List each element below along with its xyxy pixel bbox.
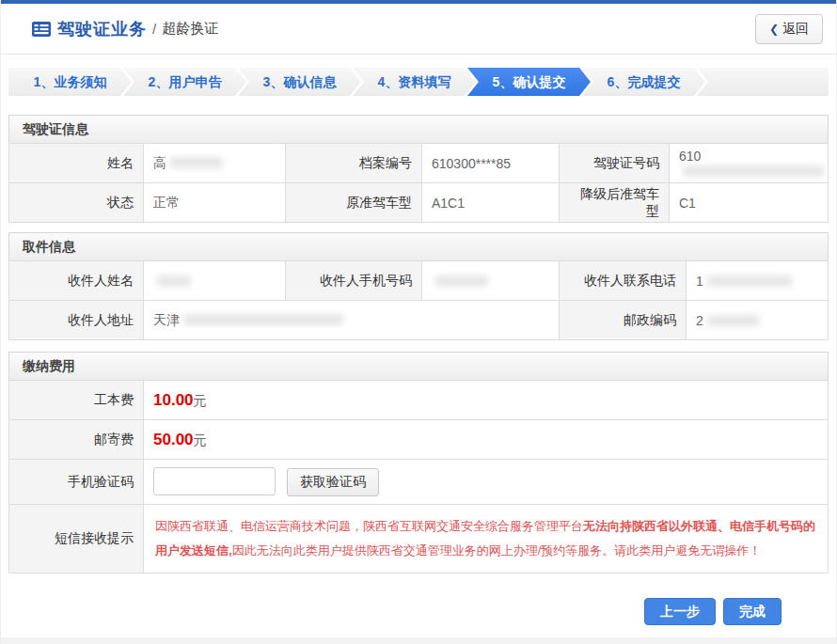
step-nav-filler: [697, 68, 829, 96]
step-3-confirm-info[interactable]: 3、确认信息: [238, 68, 361, 96]
sms-code-label: 手机验证码: [9, 460, 144, 505]
recipient-name-value: [144, 261, 286, 301]
postal-code-value: 2: [687, 301, 829, 340]
recipient-mobile-label: 收件人手机号码: [286, 261, 422, 301]
fees-table: 工本费 10.00元 邮寄费 50.00元 手机验证码 获取验证码 短信接收提示…: [8, 380, 829, 573]
table-row: 手机验证码 获取验证码: [9, 460, 829, 505]
original-class-label: 原准驾车型: [286, 183, 422, 223]
downgraded-class-value: C1: [670, 183, 829, 223]
sms-code-input[interactable]: [153, 467, 276, 495]
redacted-text: [435, 275, 488, 287]
sms-notice-label: 短信接收提示: [9, 505, 144, 573]
table-row: 状态 正常 原准驾车型 A1C1 降级后准驾车型 C1: [9, 183, 829, 223]
table-row: 姓名 高 档案编号 610300****85 驾驶证号码 610: [9, 144, 829, 183]
redacted-text: [683, 165, 824, 177]
back-button-label: 返回: [782, 21, 809, 38]
file-number-label: 档案编号: [286, 144, 422, 183]
step-4-fill-materials[interactable]: 4、资料填写: [353, 68, 476, 96]
breadcrumb-current: 超龄换证: [162, 20, 218, 38]
pickup-section-title: 取件信息: [8, 232, 829, 261]
step-navigation: 1、业务须知 2、用户申告 3、确认信息 4、资料填写 5、确认提交 6、完成提…: [8, 68, 829, 96]
step-6-complete-submit[interactable]: 6、完成提交: [582, 68, 705, 96]
status-label: 状态: [9, 183, 144, 223]
recipient-mobile-value: [422, 261, 560, 301]
postal-code-label: 邮政编码: [560, 301, 687, 340]
postage-fee-label: 邮寄费: [9, 420, 144, 460]
license-info-section: 驾驶证信息 姓名 高 档案编号 610300****85 驾驶证号码 610 状…: [8, 115, 829, 223]
sms-code-cell: 获取验证码: [144, 460, 829, 505]
name-label: 姓名: [9, 144, 144, 183]
redacted-text: [170, 157, 223, 168]
license-number-value: 610: [670, 144, 829, 183]
bottom-strip: [1, 637, 836, 644]
license-number-label: 驾驶证号码: [560, 144, 670, 183]
service-title: 驾驶证业务: [57, 18, 147, 40]
table-row: 收件人地址 天津 邮政编码 2: [9, 301, 829, 340]
production-fee-label: 工本费: [9, 381, 144, 420]
sms-notice-cell: 因陕西省联通、电信运营商技术问题，陕西省互联网交通安全综合服务管理平台无法向持陕…: [144, 505, 829, 573]
recipient-phone-value: 1: [687, 261, 829, 301]
redacted-text: [183, 314, 343, 325]
page-header: 驾驶证业务 / 超龄换证 ❮ 返回: [1, 4, 836, 55]
status-value: 正常: [144, 183, 286, 223]
chevron-left-icon: ❮: [769, 23, 779, 36]
pickup-info-table: 收件人姓名 收件人手机号码 收件人联系电话 1 收件人地址 天津 邮政编码 2: [8, 260, 829, 340]
name-value: 高: [144, 144, 286, 183]
downgraded-class-label: 降级后准驾车型: [560, 183, 670, 223]
table-row: 邮寄费 50.00元: [9, 420, 829, 460]
sms-notice-text: 因陕西省联通、电信运营商技术问题，陕西省互联网交通安全综合服务管理平台无法向持陕…: [155, 519, 815, 558]
recipient-address-label: 收件人地址: [9, 301, 144, 340]
production-fee-value: 10.00元: [144, 381, 829, 420]
recipient-phone-label: 收件人联系电话: [560, 261, 687, 301]
license-section-title: 驾驶证信息: [8, 115, 829, 144]
footer-actions: 上一步 完成: [1, 598, 782, 625]
redacted-text: [707, 275, 792, 287]
back-button[interactable]: ❮ 返回: [755, 14, 823, 44]
step-5-confirm-submit[interactable]: 5、确认提交: [467, 68, 591, 96]
table-row: 收件人姓名 收件人手机号码 收件人联系电话 1: [9, 261, 829, 301]
previous-step-button[interactable]: 上一步: [644, 598, 716, 625]
breadcrumb-separator: /: [152, 21, 156, 37]
postage-fee-value: 50.00元: [144, 420, 829, 460]
fees-section-title: 缴纳费用: [8, 352, 829, 381]
finish-button[interactable]: 完成: [723, 598, 782, 625]
license-service-icon: [31, 21, 52, 38]
step-1-business-notice[interactable]: 1、业务须知: [8, 68, 132, 96]
table-row: 工本费 10.00元: [9, 381, 829, 420]
step-2-user-declaration[interactable]: 2、用户申告: [123, 68, 246, 96]
original-class-value: A1C1: [422, 183, 560, 223]
fees-section: 缴纳费用 工本费 10.00元 邮寄费 50.00元 手机验证码 获取验证码 短…: [8, 352, 829, 573]
redacted-text: [707, 315, 759, 326]
license-info-table: 姓名 高 档案编号 610300****85 驾驶证号码 610 状态 正常 原…: [8, 143, 829, 223]
table-row: 短信接收提示 因陕西省联通、电信运营商技术问题，陕西省互联网交通安全综合服务管理…: [9, 505, 829, 573]
redacted-text: [157, 275, 191, 287]
recipient-address-value: 天津: [144, 301, 560, 340]
pickup-info-section: 取件信息 收件人姓名 收件人手机号码 收件人联系电话 1 收件人地址 天津 邮政…: [8, 232, 829, 340]
recipient-name-label: 收件人姓名: [9, 261, 144, 301]
file-number-value: 610300****85: [422, 144, 560, 183]
get-sms-code-button[interactable]: 获取验证码: [287, 468, 379, 496]
